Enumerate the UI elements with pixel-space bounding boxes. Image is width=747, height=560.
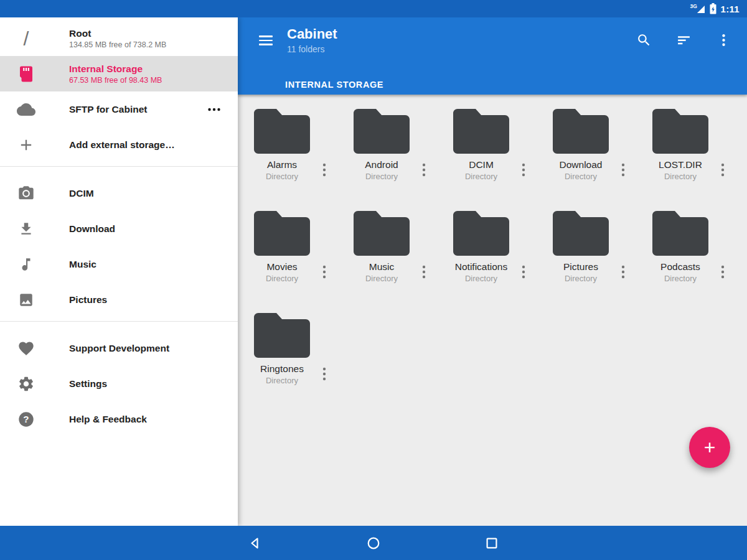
folder-icon: [347, 211, 447, 256]
drawer-item-pictures[interactable]: Pictures: [0, 282, 238, 317]
download-icon: [16, 221, 37, 237]
folder-icon: [248, 211, 347, 256]
folder-type-label: Directory: [354, 171, 409, 182]
drawer-item-label: Settings: [69, 378, 107, 390]
menu-button[interactable]: [253, 26, 278, 51]
folder-name: Ringtones: [255, 363, 309, 375]
drawer-item-sftp-for-cabinet[interactable]: SFTP for Cabinet: [0, 91, 238, 127]
music-note-icon: [16, 256, 37, 273]
folder-name: LOST.DIR: [653, 159, 708, 171]
back-button[interactable]: [248, 536, 263, 551]
gear-icon: [16, 375, 37, 393]
folder-name: Download: [553, 159, 608, 171]
cabinet-file-manager-screen: 3G 1:11 Cabinet 11 folders: [0, 0, 747, 560]
drawer-divider: [0, 321, 238, 322]
drawer-item-label: Music: [69, 258, 96, 270]
folder-tile-ringtones[interactable]: RingtonesDirectory: [248, 313, 347, 415]
drawer-item-label: Download: [69, 223, 115, 235]
drawer-item-label: Internal Storage: [69, 63, 162, 75]
folder-icon: [248, 109, 347, 154]
folder-overflow-button[interactable]: [319, 264, 329, 281]
folder-icon: [646, 109, 746, 154]
folder-type-label: Directory: [255, 375, 309, 386]
overflow-menu-button[interactable]: [711, 27, 736, 52]
plus-icon: +: [704, 436, 716, 459]
sort-icon: [676, 32, 692, 48]
recents-square-icon: [484, 536, 499, 551]
search-icon: [636, 32, 652, 48]
drawer-item-add-external-storage[interactable]: Add external storage…: [0, 127, 238, 162]
folder-icon: [547, 109, 646, 154]
drawer-shortcut-list: DCIMDownloadMusicPictures: [0, 170, 238, 317]
folder-count: 11 folders: [287, 44, 631, 54]
folder-tile-android[interactable]: AndroidDirectory: [347, 109, 447, 211]
drawer-item-detail: 134.85 MB free of 738.2 MB: [69, 40, 166, 49]
folder-icon: [646, 211, 746, 256]
drawer-item-support-development[interactable]: Support Development: [0, 330, 238, 366]
folder-icon: [447, 109, 547, 154]
folder-type-label: Directory: [553, 273, 608, 284]
folder-name: Notifications: [454, 261, 509, 273]
drawer-item-dcim[interactable]: DCIM: [0, 175, 238, 211]
folder-name: Android: [354, 159, 409, 171]
folder-tile-notifications[interactable]: NotificationsDirectory: [447, 211, 547, 313]
cloud-icon: [16, 100, 37, 119]
image-icon: [16, 292, 37, 308]
folder-name: Pictures: [553, 261, 608, 273]
folder-overflow-button[interactable]: [319, 366, 329, 383]
folder-name: Podcasts: [653, 261, 708, 273]
status-bar: 3G 1:11: [0, 0, 747, 17]
folder-overflow-button[interactable]: [718, 264, 728, 281]
recents-button[interactable]: [484, 536, 499, 551]
drawer-item-internal-storage[interactable]: Internal Storage67.53 MB free of 98.43 M…: [0, 56, 238, 91]
drawer-item-label: Help & Feedback: [69, 413, 147, 425]
tab-strip: INTERNAL STORAGE: [238, 73, 747, 95]
folder-overflow-button[interactable]: [718, 162, 728, 179]
folder-type-label: Directory: [653, 171, 708, 182]
folder-icon: [447, 211, 547, 256]
hamburger-icon: [259, 35, 273, 45]
folder-overflow-button[interactable]: [419, 264, 429, 281]
drawer-item-download[interactable]: Download: [0, 211, 238, 246]
folder-tile-download[interactable]: DownloadDirectory: [547, 109, 646, 211]
folder-icon: [547, 211, 646, 256]
folder-overflow-button[interactable]: [519, 162, 529, 179]
folder-tile-dcim[interactable]: DCIMDirectory: [447, 109, 547, 211]
add-fab-button[interactable]: +: [689, 427, 730, 468]
folder-tile-podcasts[interactable]: PodcastsDirectory: [646, 211, 746, 313]
folder-overflow-button[interactable]: [319, 162, 329, 179]
folder-tile-pictures[interactable]: PicturesDirectory: [547, 211, 646, 313]
drawer-item-help-feedback[interactable]: ?Help & Feedback: [0, 401, 238, 437]
folder-tile-lost-dir[interactable]: LOST.DIRDirectory: [646, 109, 746, 211]
folder-grid: AlarmsDirectoryAndroidDirectoryDCIMDirec…: [238, 95, 747, 415]
drawer-footer-list: Support DevelopmentSettings?Help & Feedb…: [0, 325, 238, 437]
drawer-item-root[interactable]: /Root134.85 MB free of 738.2 MB: [0, 21, 238, 56]
home-circle-icon: [366, 536, 381, 551]
clock: 1:11: [721, 4, 740, 14]
folder-tile-alarms[interactable]: AlarmsDirectory: [248, 109, 347, 211]
battery-charging-icon: [710, 3, 716, 14]
drawer-item-label: Add external storage…: [69, 139, 175, 151]
folder-overflow-button[interactable]: [419, 162, 429, 179]
tab-internal-storage[interactable]: INTERNAL STORAGE: [285, 80, 383, 90]
folder-name: Music: [354, 261, 409, 273]
sort-button[interactable]: [671, 27, 696, 52]
folder-tile-movies[interactable]: MoviesDirectory: [248, 211, 347, 313]
connection-overflow-button[interactable]: [207, 102, 222, 117]
folder-overflow-button[interactable]: [618, 264, 628, 281]
folder-icon: [347, 109, 447, 154]
search-button[interactable]: [631, 27, 656, 52]
android-nav-bar: [0, 526, 747, 560]
folder-type-label: Directory: [354, 273, 409, 284]
folder-overflow-button[interactable]: [618, 162, 628, 179]
folder-overflow-button[interactable]: [519, 264, 529, 281]
drawer-item-settings[interactable]: Settings: [0, 366, 238, 401]
root-slash-icon: /: [16, 29, 37, 49]
app-bar: Cabinet 11 folders INTERNAL STORAGE: [238, 17, 747, 95]
camera-icon: [16, 185, 37, 202]
drawer-item-music[interactable]: Music: [0, 246, 238, 282]
home-button[interactable]: [366, 536, 381, 551]
folder-tile-music[interactable]: MusicDirectory: [347, 211, 447, 313]
drawer-storage-list: /Root134.85 MB free of 738.2 MBInternal …: [0, 21, 238, 91]
drawer-item-label: Support Development: [69, 342, 169, 354]
